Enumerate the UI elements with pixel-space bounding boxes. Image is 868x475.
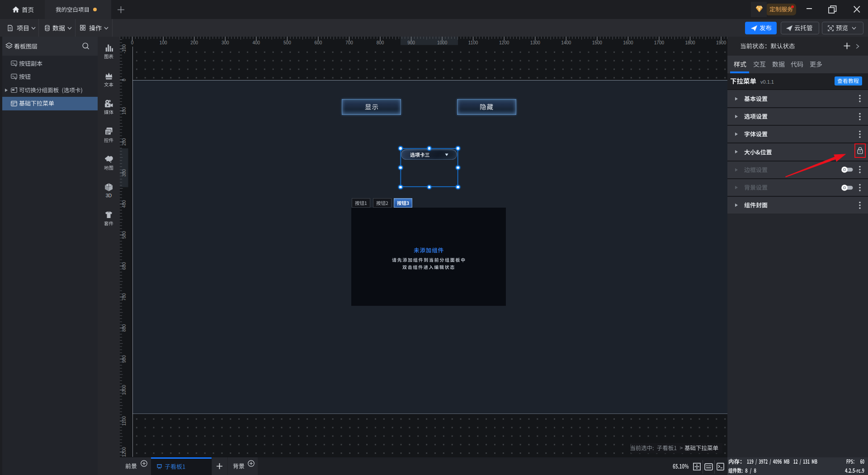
svg-text:1700: 1700 (654, 40, 665, 45)
svg-text:800: 800 (377, 40, 384, 45)
svg-text:400: 400 (252, 40, 260, 45)
svg-text:500: 500 (122, 231, 127, 239)
svg-text:0: 0 (122, 78, 127, 81)
svg-text:900: 900 (407, 40, 415, 45)
svg-text:400: 400 (122, 200, 127, 208)
svg-text:900: 900 (122, 355, 127, 363)
svg-text:800: 800 (122, 324, 127, 332)
svg-text:100: 100 (122, 107, 127, 114)
svg-text:700: 700 (345, 40, 353, 45)
svg-text:1000: 1000 (437, 40, 448, 45)
svg-text:1100: 1100 (122, 416, 127, 426)
svg-text:500: 500 (283, 40, 291, 45)
svg-text:1000: 1000 (122, 385, 127, 395)
svg-text:200: 200 (122, 138, 127, 146)
svg-text:200: 200 (190, 40, 198, 45)
svg-text:600: 600 (315, 40, 322, 45)
svg-text:600: 600 (122, 262, 127, 270)
svg-text:0: 0 (131, 40, 134, 45)
svg-text:-100: -100 (122, 44, 127, 53)
svg-text:1100: 1100 (468, 40, 478, 45)
svg-text:300: 300 (222, 40, 229, 45)
svg-text:1500: 1500 (592, 40, 603, 45)
svg-text:100: 100 (160, 40, 167, 45)
svg-text:1300: 1300 (530, 40, 541, 45)
svg-text:1200: 1200 (122, 447, 127, 457)
svg-text:1800: 1800 (685, 40, 695, 45)
svg-text:700: 700 (122, 293, 127, 301)
svg-text:1600: 1600 (623, 40, 633, 45)
svg-text:300: 300 (122, 169, 127, 176)
svg-text:1400: 1400 (561, 40, 571, 45)
svg-text:1900: 1900 (716, 40, 726, 45)
svg-text:1200: 1200 (499, 40, 509, 45)
